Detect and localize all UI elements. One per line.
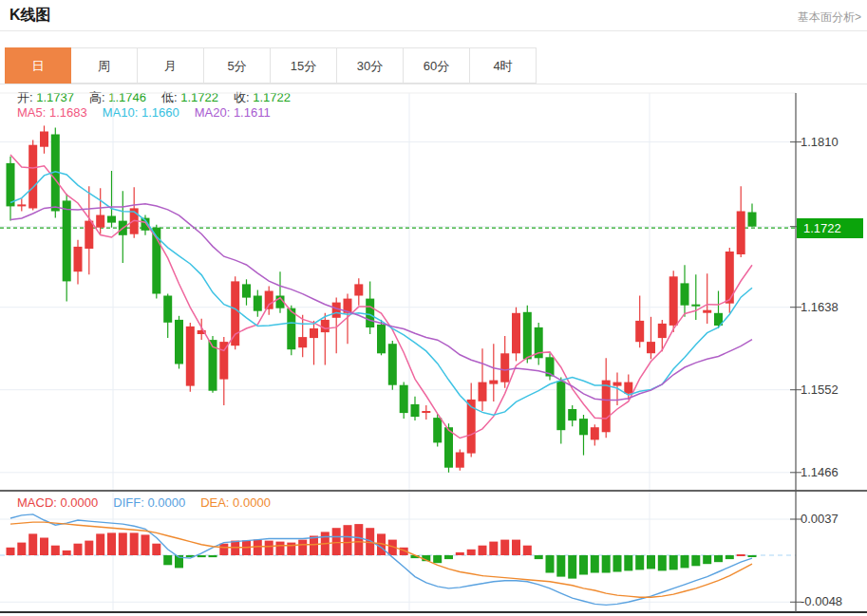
candle-body [175, 320, 183, 364]
macd-bar [658, 555, 667, 570]
candle-body [591, 427, 599, 439]
candle-body [400, 385, 408, 413]
macd-bar [535, 555, 543, 559]
macd-bar [591, 555, 599, 573]
ma10-line [10, 172, 752, 415]
macd-bar [107, 532, 116, 555]
candle-body [691, 305, 700, 307]
candle-body [354, 284, 363, 295]
macd-bar [298, 540, 307, 555]
macd-bar [265, 541, 273, 555]
macd-bar [344, 525, 352, 555]
candle-body [74, 247, 83, 271]
macd-bar [556, 555, 565, 577]
candle-body [500, 353, 509, 382]
macd-bar [726, 555, 734, 559]
candle-body [96, 215, 104, 228]
candle-body [703, 310, 711, 313]
candle-body [298, 337, 307, 347]
candle-body [107, 216, 116, 223]
candle-body [624, 383, 632, 394]
macd-bar [40, 538, 48, 556]
candle-body [512, 313, 520, 354]
macd-bar [546, 555, 555, 573]
macd-bar [209, 555, 217, 557]
candle-body [17, 204, 26, 206]
macd-bar [7, 548, 15, 555]
ma5-line [10, 155, 752, 439]
candle-body [635, 321, 644, 342]
macd-bar [141, 534, 150, 555]
macd-bar [152, 544, 160, 555]
macd-bar [703, 555, 711, 564]
macd-bar [568, 555, 576, 579]
candle-body [681, 283, 689, 305]
main-axis-tick-label: 1.1638 [801, 300, 839, 315]
macd-bar [51, 546, 60, 555]
macd-bar [163, 555, 172, 565]
macd-bar [647, 555, 655, 569]
macd-bar [28, 533, 37, 555]
macd-bar [366, 528, 374, 555]
candle-body [63, 200, 71, 281]
candle-body [163, 296, 172, 323]
kline-page: K线图 基本面分析> 日周月5分15分30分60分4时 开: 1.1737高: … [0, 0, 867, 616]
macd-axis-tick-label: -0.0048 [801, 594, 842, 609]
macd-bar [219, 544, 228, 555]
macd-bar [613, 555, 622, 572]
macd-bar [523, 546, 532, 555]
candle-body [332, 303, 341, 318]
macd-bar [467, 550, 476, 555]
candle-body [40, 132, 48, 147]
macd-bar [276, 542, 285, 555]
macd-bar [287, 543, 295, 555]
candle-body [579, 419, 588, 435]
candle-body [231, 281, 239, 345]
candle-body [186, 327, 195, 386]
macd-bar [444, 555, 453, 559]
macd-bar [479, 546, 487, 555]
macd-bar [579, 555, 588, 575]
macd-bar [624, 555, 632, 570]
macd-axis-tick-label: 0.0037 [801, 512, 839, 527]
macd-bar [254, 540, 262, 555]
candle-body [444, 427, 453, 468]
candle-body [366, 299, 374, 327]
macd-bar [17, 543, 26, 555]
current-price-badge: 1.1722 [797, 218, 863, 238]
candle-body [7, 163, 15, 207]
macd-bar [691, 555, 700, 566]
candle-body [602, 381, 611, 433]
candle-body [433, 418, 442, 442]
macd-bar [681, 555, 689, 568]
candle-body [479, 383, 487, 401]
macd-bar [354, 524, 363, 555]
candle-body [254, 296, 262, 311]
candle-body [647, 342, 655, 353]
candle-body [28, 145, 37, 209]
candle-body [265, 291, 273, 309]
macd-bar [85, 541, 93, 555]
candle-body [658, 324, 667, 338]
macd-bar [119, 532, 127, 555]
candle-body [388, 344, 397, 385]
macd-bar [512, 540, 520, 555]
candle-body [613, 383, 622, 386]
macd-bar [96, 533, 104, 555]
candle-body [377, 325, 386, 353]
candle-body [411, 404, 420, 417]
candle-body [669, 276, 678, 326]
main-axis-tick-label: 1.1552 [801, 383, 839, 398]
candle-body [748, 213, 757, 227]
candle-body [422, 411, 430, 413]
candle-body [310, 328, 318, 338]
macd-bar [602, 555, 611, 573]
candle-body [242, 284, 251, 297]
candle-body [737, 212, 745, 255]
candle-body [321, 320, 330, 332]
macd-bar [714, 555, 723, 562]
candle-body [456, 453, 464, 468]
macd-bar [737, 554, 745, 556]
candle-body [556, 382, 565, 431]
macd-bar [130, 532, 139, 555]
